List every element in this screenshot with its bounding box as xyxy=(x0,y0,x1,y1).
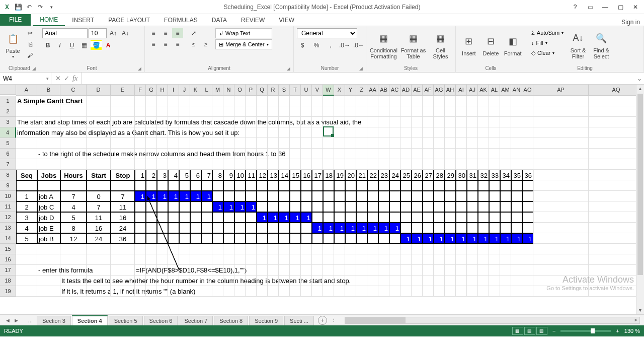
cell[interactable] xyxy=(522,149,533,159)
cell[interactable]: 1 xyxy=(290,212,301,223)
cell[interactable] xyxy=(323,117,334,127)
cell[interactable] xyxy=(168,127,179,138)
sort-filter-button[interactable]: A↓Sort & Filter xyxy=(568,28,589,61)
cell[interactable] xyxy=(290,96,301,106)
row-header-3[interactable]: 3 xyxy=(0,117,16,127)
cell[interactable] xyxy=(179,106,190,117)
cell[interactable]: 1 xyxy=(345,223,356,233)
cell[interactable] xyxy=(279,265,290,276)
cell[interactable] xyxy=(246,276,257,286)
cell[interactable] xyxy=(533,233,589,244)
cell[interactable] xyxy=(445,276,456,286)
cell[interactable] xyxy=(511,286,522,297)
cell[interactable] xyxy=(223,149,234,159)
cell[interactable] xyxy=(412,159,423,170)
cell[interactable]: 24 xyxy=(389,170,400,180)
cell[interactable] xyxy=(389,201,400,212)
tab-overflow-left[interactable]: ... xyxy=(24,317,37,323)
cell[interactable] xyxy=(111,96,135,106)
cell[interactable] xyxy=(434,117,445,127)
cell[interactable] xyxy=(478,149,489,159)
cell[interactable] xyxy=(257,276,268,286)
cell[interactable] xyxy=(511,201,522,212)
cell[interactable] xyxy=(290,127,301,138)
cell[interactable] xyxy=(179,244,190,254)
copy-icon[interactable]: ⎘ xyxy=(25,39,36,49)
cell[interactable]: 33 xyxy=(489,170,500,180)
cell[interactable] xyxy=(412,254,423,265)
cell[interactable] xyxy=(246,254,257,265)
cell[interactable] xyxy=(301,138,312,149)
cell[interactable] xyxy=(290,286,301,297)
cell[interactable] xyxy=(367,276,378,286)
sheet-tab[interactable]: Section 4 xyxy=(72,315,108,325)
cell[interactable]: Jobs xyxy=(37,170,60,180)
cell[interactable] xyxy=(257,127,268,138)
cell[interactable]: 9 xyxy=(223,170,234,180)
cell[interactable] xyxy=(190,127,201,138)
cell[interactable] xyxy=(423,117,434,127)
cell[interactable] xyxy=(345,254,356,265)
cell[interactable] xyxy=(168,106,179,117)
cell[interactable] xyxy=(190,96,201,106)
cell[interactable] xyxy=(323,212,334,223)
col-header-Y[interactable]: Y xyxy=(345,85,356,96)
cell[interactable] xyxy=(345,149,356,159)
cell[interactable]: 1 xyxy=(301,212,312,223)
cell[interactable] xyxy=(378,276,389,286)
number-format-combo[interactable]: General xyxy=(297,28,357,38)
cell[interactable] xyxy=(201,159,212,170)
cell[interactable] xyxy=(389,244,400,254)
cell[interactable] xyxy=(60,244,87,254)
cell[interactable] xyxy=(301,265,312,276)
tab-file[interactable]: FILE xyxy=(0,14,31,26)
cell[interactable] xyxy=(356,265,367,276)
cell[interactable] xyxy=(456,138,467,149)
cell[interactable] xyxy=(246,96,257,106)
cell[interactable] xyxy=(378,212,389,223)
delete-cells-button[interactable]: ⊟Delete xyxy=(481,28,501,61)
cell[interactable] xyxy=(157,159,168,170)
cell[interactable] xyxy=(223,265,234,276)
cell[interactable] xyxy=(434,138,445,149)
cell[interactable] xyxy=(378,96,389,106)
format-painter-icon[interactable]: 🖌 xyxy=(25,50,36,60)
cell[interactable] xyxy=(522,138,533,149)
cell[interactable] xyxy=(279,149,290,159)
cell[interactable] xyxy=(146,286,157,297)
cell[interactable] xyxy=(489,265,500,276)
cell[interactable] xyxy=(412,180,423,191)
italic-button[interactable]: I xyxy=(54,40,65,50)
cell[interactable] xyxy=(234,138,246,149)
cell[interactable] xyxy=(146,254,157,265)
cell[interactable] xyxy=(268,265,279,276)
cell[interactable] xyxy=(201,212,212,223)
enter-formula-icon[interactable]: ✓ xyxy=(64,75,69,82)
cell[interactable] xyxy=(478,223,489,233)
cell[interactable] xyxy=(378,149,389,159)
row-header-4[interactable]: 4 xyxy=(0,127,16,138)
cell[interactable] xyxy=(400,191,412,201)
cell[interactable] xyxy=(323,106,334,117)
col-header-AB[interactable]: AB xyxy=(378,85,389,96)
cell[interactable] xyxy=(246,159,257,170)
cell[interactable] xyxy=(323,180,334,191)
cell[interactable] xyxy=(157,106,168,117)
cell[interactable] xyxy=(378,180,389,191)
cell[interactable] xyxy=(445,254,456,265)
cell[interactable] xyxy=(290,276,301,286)
cell[interactable] xyxy=(234,212,246,223)
cell[interactable] xyxy=(467,96,478,106)
cell[interactable] xyxy=(60,138,87,149)
cell[interactable]: Seq xyxy=(16,170,37,180)
cell[interactable] xyxy=(412,106,423,117)
cell[interactable] xyxy=(412,138,423,149)
normal-view-icon[interactable]: ▦ xyxy=(512,327,523,335)
cell[interactable] xyxy=(60,254,87,265)
cell[interactable] xyxy=(234,286,246,297)
cell[interactable] xyxy=(312,96,323,106)
cell[interactable]: 30 xyxy=(456,170,467,180)
cell[interactable] xyxy=(423,212,434,223)
format-cells-button[interactable]: ◧Format xyxy=(503,28,523,61)
cell[interactable] xyxy=(456,127,467,138)
